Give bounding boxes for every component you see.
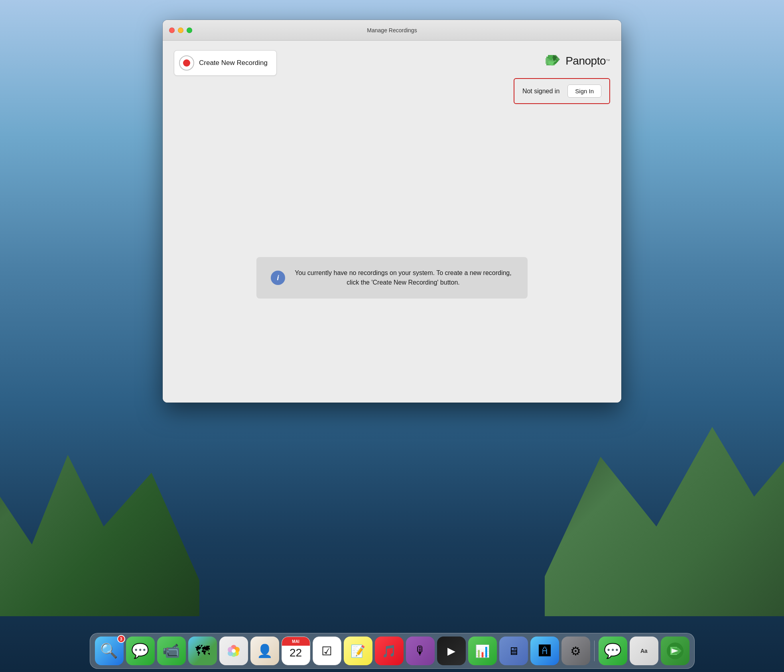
dock-item-system-preferences[interactable]: ⚙ bbox=[561, 637, 590, 665]
svg-point-7 bbox=[232, 649, 236, 653]
record-icon-circle bbox=[179, 55, 194, 71]
sign-in-button[interactable]: Sign In bbox=[567, 84, 601, 98]
mountain-silhouette bbox=[0, 417, 784, 616]
dock-item-photos[interactable] bbox=[219, 637, 248, 665]
dock-item-messages-2[interactable]: 💬 bbox=[599, 637, 627, 665]
window-content: Create New Recording bbox=[163, 41, 621, 403]
dock-item-reminders[interactable]: ☑ bbox=[313, 637, 341, 665]
dock-item-contacts[interactable]: 👤 bbox=[250, 637, 279, 665]
info-message-box: i You currently have no recordings on yo… bbox=[256, 257, 528, 299]
dock-item-facetime[interactable]: 📹 bbox=[157, 637, 186, 665]
close-window-button[interactable] bbox=[169, 28, 175, 33]
signin-area: Not signed in Sign In bbox=[514, 78, 610, 104]
top-right-area: Panopto™ Not signed in Sign In bbox=[514, 50, 610, 104]
info-message-text: You currently have no recordings on your… bbox=[293, 268, 513, 287]
macos-dock: 🔍 3 💬 📹 🗺 bbox=[0, 624, 784, 672]
finder-badge: 3 bbox=[117, 635, 125, 643]
top-bar: Create New Recording bbox=[174, 50, 610, 104]
photos-icon bbox=[225, 642, 242, 660]
panopto-brand-text: Panopto™ bbox=[565, 55, 610, 67]
panopto-logo: Panopto™ bbox=[543, 50, 610, 70]
window-titlebar: Manage Recordings bbox=[163, 20, 621, 41]
dock-item-finder[interactable]: 🔍 3 bbox=[95, 637, 124, 665]
manage-recordings-window: Manage Recordings Create New Recording bbox=[163, 20, 621, 403]
dock-separator bbox=[594, 641, 595, 661]
panopto-name: Panopto bbox=[565, 55, 606, 67]
dock-item-calendar[interactable]: MAI 22 bbox=[282, 637, 310, 665]
dock-item-dictionary[interactable]: Aa bbox=[630, 637, 658, 665]
panopto-icon bbox=[543, 52, 561, 70]
dock-item-maps[interactable]: 🗺 bbox=[188, 637, 217, 665]
record-dot-icon bbox=[183, 59, 190, 67]
dock-item-music[interactable]: 🎵 bbox=[375, 637, 404, 665]
dock-item-panopto[interactable] bbox=[661, 637, 689, 665]
panopto-dock-icon bbox=[666, 642, 684, 660]
auth-status-text: Not signed in bbox=[522, 88, 559, 95]
window-controls bbox=[169, 28, 192, 33]
dock-item-numbers[interactable]: 📊 bbox=[468, 637, 497, 665]
info-icon: i bbox=[271, 271, 285, 285]
panopto-tm: ™ bbox=[606, 58, 610, 63]
window-title: Manage Recordings bbox=[367, 27, 417, 33]
create-button-label: Create New Recording bbox=[199, 59, 268, 67]
maximize-window-button[interactable] bbox=[187, 28, 192, 33]
dock-item-notes[interactable]: 📝 bbox=[344, 637, 372, 665]
dock-item-messages[interactable]: 💬 bbox=[126, 637, 155, 665]
dock-item-appstore[interactable]: 🅰 bbox=[530, 637, 559, 665]
create-new-recording-button[interactable]: Create New Recording bbox=[174, 50, 277, 76]
dock-item-podcasts[interactable]: 🎙 bbox=[406, 637, 435, 665]
minimize-window-button[interactable] bbox=[178, 28, 183, 33]
dock-item-tv[interactable]: ▶ bbox=[437, 637, 466, 665]
dock-container: 🔍 3 💬 📹 🗺 bbox=[90, 633, 695, 669]
dock-item-keynote[interactable]: 🖥 bbox=[499, 637, 528, 665]
